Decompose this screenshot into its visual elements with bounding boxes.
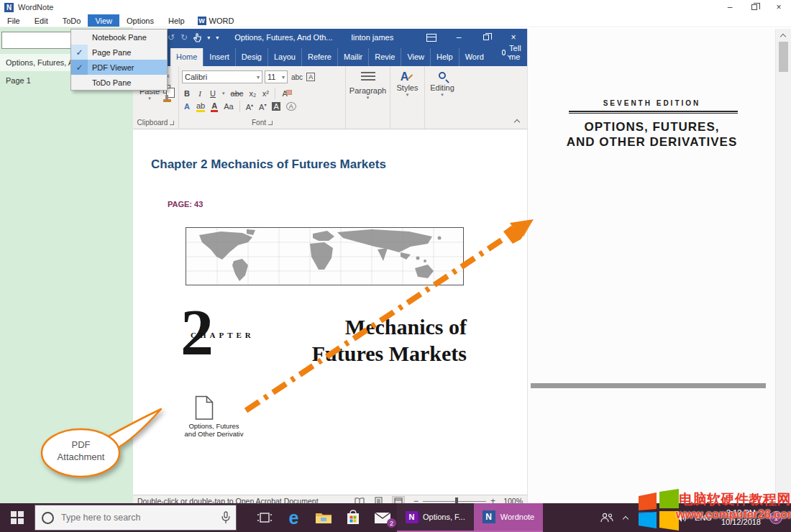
editing-button[interactable]: Editing ▾: [425, 70, 459, 98]
word-maximize-icon: [483, 35, 489, 40]
character-border-icon[interactable]: A: [306, 73, 315, 81]
tab-view[interactable]: View: [401, 48, 430, 66]
paragraph-group: Paragraph ▾: [346, 66, 390, 129]
word-document-title: Options, Futures, And Oth...: [234, 33, 332, 42]
microphone-icon[interactable]: [221, 511, 230, 524]
quick-access-toolbar: ↺ ↻ ▾ ▾: [168, 32, 219, 42]
cortana-icon: [42, 512, 54, 524]
word-logo-icon: W: [198, 17, 206, 25]
text-effects-icon[interactable]: A: [183, 102, 191, 111]
people-icon[interactable]: [598, 503, 616, 532]
tab-design[interactable]: Desig: [235, 48, 268, 66]
menu-view[interactable]: View: [88, 14, 119, 27]
tab-review[interactable]: Revie: [368, 48, 401, 66]
left-pane: Options, Futures, A Page 1: [0, 27, 133, 503]
file-explorer-icon[interactable]: [308, 503, 338, 532]
font-dialog-launcher-icon[interactable]: [268, 121, 273, 125]
tab-references[interactable]: Refere: [301, 48, 337, 66]
styles-button[interactable]: A Styles ▾: [390, 70, 424, 98]
tab-help[interactable]: Help: [430, 48, 459, 66]
tab-home[interactable]: Home: [170, 48, 203, 66]
qat-caret-icon[interactable]: ▾: [207, 35, 210, 41]
font-color-icon[interactable]: A: [211, 101, 218, 112]
pdf-attachment-icon[interactable]: [195, 395, 214, 421]
mail-icon[interactable]: 2: [367, 503, 397, 532]
tab-word[interactable]: Word: [459, 48, 490, 66]
format-painter-icon[interactable]: [163, 99, 171, 102]
italic-button[interactable]: I: [196, 89, 204, 98]
store-icon[interactable]: [338, 503, 367, 532]
close-button[interactable]: ×: [767, 0, 791, 14]
menu-options[interactable]: Options: [119, 14, 161, 27]
clipboard-dialog-launcher-icon[interactable]: [170, 121, 174, 125]
tray-clock[interactable]: 2:12 PM 10/12/2018: [715, 508, 767, 527]
minimize-button[interactable]: –: [718, 0, 742, 14]
menu-file[interactable]: File: [0, 14, 27, 27]
touch-mode-icon[interactable]: [193, 33, 201, 42]
menu-item-pdf-viewer[interactable]: ✓ PDF Viewer: [71, 60, 167, 75]
tray-sparkle-icon[interactable]: ✳: [654, 503, 672, 532]
scrollbar-up-icon[interactable]: [781, 33, 786, 38]
tell-me-box[interactable]: Tell me: [495, 40, 530, 66]
superscript-button[interactable]: x²: [262, 89, 269, 98]
qat-customize-icon[interactable]: ▾: [216, 35, 219, 41]
notebook-search-input[interactable]: [1, 32, 74, 49]
zoom-slider[interactable]: [423, 501, 486, 502]
menu-item-notebook-pane[interactable]: Notebook Pane: [71, 29, 167, 45]
enclose-characters-icon[interactable]: A: [286, 102, 296, 111]
taskbar-search-input[interactable]: [61, 513, 191, 523]
character-shading-icon[interactable]: A: [272, 102, 280, 111]
grow-font-button[interactable]: A▴: [246, 102, 253, 111]
styles-label: Styles: [390, 83, 424, 92]
paragraph-button[interactable]: Paragraph ▾: [346, 70, 390, 101]
redo-icon[interactable]: ↻: [180, 32, 188, 42]
pdf-scrollbar[interactable]: [775, 29, 791, 503]
menu-word[interactable]: W WORD: [192, 14, 240, 27]
change-case-button[interactable]: Aa: [224, 102, 233, 111]
bold-button[interactable]: B: [183, 89, 191, 98]
check-icon: ✓: [71, 60, 88, 75]
clipboard-group-label: Clipboard: [133, 119, 178, 127]
tab-mailings[interactable]: Mailir: [337, 48, 368, 66]
taskbar-button-onenote[interactable]: N Options, F...: [397, 503, 474, 532]
onenote-icon: N: [406, 511, 418, 523]
search-icon: [502, 50, 506, 55]
edge-icon[interactable]: e: [279, 503, 308, 532]
tray-language[interactable]: ENG: [691, 513, 715, 522]
font-name-combo[interactable]: Calibri▾: [182, 70, 262, 83]
tray-chevron-up-icon[interactable]: [616, 503, 635, 532]
tab-layout[interactable]: Layou: [268, 48, 301, 66]
clear-formatting-icon[interactable]: A: [281, 89, 288, 98]
undo-icon[interactable]: ↺: [168, 32, 175, 42]
font-size-combo[interactable]: 11▾: [265, 70, 288, 83]
word-minimize-button[interactable]: –: [445, 29, 472, 46]
ribbon-display-button[interactable]: [418, 29, 445, 46]
menu-item-page-pane[interactable]: ✓ Page Pane: [71, 45, 167, 60]
phonetic-guide-icon[interactable]: abc: [290, 73, 304, 81]
shrink-font-button[interactable]: A▾: [259, 102, 266, 111]
restore-button[interactable]: [742, 0, 767, 14]
menu-edit[interactable]: Edit: [27, 14, 55, 27]
menu-todo[interactable]: ToDo: [55, 14, 88, 27]
menu-help[interactable]: Help: [161, 14, 192, 27]
volume-icon[interactable]: [672, 503, 691, 532]
tab-insert[interactable]: Insert: [203, 48, 235, 66]
scrollbar-thumb[interactable]: [779, 42, 788, 72]
menu-item-todo-pane[interactable]: ToDo Pane: [71, 75, 167, 90]
screen: N WordNote – × File Edit ToDo View Optio…: [0, 0, 791, 532]
wordnote-logo-icon: N: [4, 3, 14, 12]
task-view-button[interactable]: [250, 503, 279, 532]
strikethrough-button[interactable]: abc: [231, 89, 244, 98]
notification-badge[interactable]: 1: [769, 511, 782, 524]
menu-word-label: WORD: [209, 17, 234, 25]
underline-button[interactable]: U: [209, 89, 216, 98]
highlight-color-icon[interactable]: ab: [196, 101, 205, 112]
underline-caret-icon[interactable]: ▾: [222, 91, 225, 96]
document-canvas: Chapter 2 Mechanics of Futures Markets P…: [133, 129, 527, 495]
taskbar-search[interactable]: [35, 505, 237, 531]
tray-onenote-icon[interactable]: N: [635, 503, 654, 532]
taskbar-button-wordnote[interactable]: N Wordnote: [474, 503, 544, 532]
subscript-button[interactable]: x₂: [249, 89, 256, 98]
collapse-ribbon-icon[interactable]: [514, 119, 520, 124]
start-button[interactable]: [0, 503, 35, 532]
